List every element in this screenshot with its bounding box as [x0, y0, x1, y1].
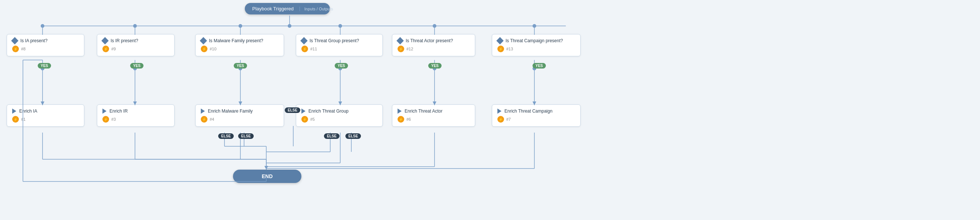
condition-header: Is Malware Family present? [201, 38, 278, 43]
action-enrich-threat-group: Enrich Threat Group ⚡ #5 [296, 104, 383, 127]
action-title: Enrich Malware Family [208, 109, 253, 114]
lightning-icon: ⚡ [12, 116, 19, 123]
action-header: Enrich Threat Actor [398, 109, 470, 114]
condition-header: Is Threat Campaign present? [497, 38, 575, 43]
action-header: Enrich Threat Group [301, 109, 377, 114]
condition-icon [300, 37, 308, 45]
else-badge-3: ELSE [324, 133, 339, 139]
condition-header: Is IA present? [12, 38, 79, 43]
lightning-icon: ⚡ [301, 45, 308, 52]
action-footer: ⚡ #4 [201, 116, 278, 123]
condition-footer: ⚡ #9 [102, 45, 169, 52]
action-title: Enrich Threat Campaign [504, 109, 552, 114]
condition-title: Is Threat Campaign present? [506, 38, 563, 43]
action-footer: ⚡ #1 [12, 116, 79, 123]
condition-title: Is Threat Actor present? [406, 38, 453, 43]
end-label: END [262, 173, 273, 179]
else-badge-1: ELSE [218, 133, 234, 139]
play-icon [102, 109, 107, 114]
lightning-icon: ⚡ [497, 116, 504, 123]
svg-point-51 [41, 24, 45, 28]
action-header: Enrich Malware Family [201, 109, 278, 114]
action-header: Enrich IR [102, 109, 169, 114]
inputs-outputs-link[interactable]: Inputs / Outputs [299, 6, 333, 11]
yes-badge-threat-group: YES [335, 63, 348, 69]
lightning-icon: ⚡ [102, 116, 109, 123]
condition-icon [496, 37, 504, 45]
svg-point-53 [239, 24, 242, 28]
play-icon [201, 109, 205, 114]
action-footer: ⚡ #6 [398, 116, 470, 123]
else-badge-2: ELSE [238, 133, 254, 139]
lightning-icon: ⚡ [497, 45, 504, 52]
lightning-icon: ⚡ [301, 116, 308, 123]
action-title: Enrich IA [19, 109, 37, 114]
condition-header: Is Threat Group present? [301, 38, 377, 43]
condition-icon [200, 37, 207, 45]
node-number: #11 [310, 47, 317, 51]
node-number: #12 [406, 47, 413, 51]
yes-badge-malware: YES [234, 63, 247, 69]
lightning-icon: ⚡ [12, 45, 19, 52]
action-header: Enrich Threat Campaign [497, 109, 575, 114]
node-number: #6 [406, 117, 411, 122]
yes-badge-ir: YES [130, 63, 143, 69]
condition-icon [11, 37, 19, 45]
end-node: END [233, 170, 301, 183]
node-number: #9 [111, 47, 116, 51]
condition-title: Is Malware Family present? [209, 38, 263, 43]
condition-malware: Is Malware Family present? ⚡ #10 [195, 34, 284, 56]
else-badge-action: ELSE [285, 108, 300, 113]
condition-title: Is IR present? [111, 38, 138, 43]
play-icon [301, 109, 305, 114]
action-enrich-threat-actor: Enrich Threat Actor ⚡ #6 [392, 104, 475, 127]
node-number: #13 [506, 47, 513, 51]
condition-header: Is Threat Actor present? [398, 38, 470, 43]
condition-threat-campaign: Is Threat Campaign present? ⚡ #13 [492, 34, 581, 56]
condition-footer: ⚡ #11 [301, 45, 377, 52]
action-footer: ⚡ #3 [102, 116, 169, 123]
svg-point-54 [338, 24, 342, 28]
action-enrich-malware: Enrich Malware Family ⚡ #4 [195, 104, 284, 127]
node-number: #10 [210, 47, 216, 51]
workflow-canvas: Playbook Triggered Inputs / Outputs Is I… [0, 0, 980, 220]
trigger-node[interactable]: Playbook Triggered Inputs / Outputs [245, 3, 330, 14]
lightning-icon: ⚡ [398, 116, 404, 123]
condition-footer: ⚡ #13 [497, 45, 575, 52]
condition-icon [396, 37, 404, 45]
node-number: #7 [506, 117, 511, 122]
yes-badge-threat-actor: YES [428, 63, 442, 69]
svg-marker-50 [264, 166, 268, 170]
condition-title: Is Threat Group present? [310, 38, 359, 43]
svg-point-55 [433, 24, 436, 28]
lightning-icon: ⚡ [102, 45, 109, 52]
play-icon [398, 109, 402, 114]
yes-badge-ia: YES [38, 63, 51, 69]
action-enrich-threat-campaign: Enrich Threat Campaign ⚡ #7 [492, 104, 581, 127]
yes-badge-threat-campaign: YES [533, 63, 546, 69]
condition-title: Is IA present? [20, 38, 47, 43]
node-number: #5 [310, 117, 315, 122]
action-title: Enrich IR [110, 109, 127, 114]
condition-footer: ⚡ #10 [201, 45, 278, 52]
lightning-icon: ⚡ [201, 45, 207, 52]
node-number: #1 [21, 117, 25, 122]
svg-point-57 [288, 24, 291, 28]
condition-ir: Is IR present? ⚡ #9 [97, 34, 175, 56]
action-footer: ⚡ #7 [497, 116, 575, 123]
play-icon [12, 109, 16, 114]
action-enrich-ia: Enrich IA ⚡ #1 [6, 104, 84, 127]
lightning-icon: ⚡ [201, 116, 207, 123]
action-title: Enrich Threat Group [309, 109, 349, 114]
condition-threat-group: Is Threat Group present? ⚡ #11 [296, 34, 383, 56]
action-enrich-ir: Enrich IR ⚡ #3 [97, 104, 175, 127]
condition-icon [101, 37, 109, 45]
action-title: Enrich Threat Actor [404, 109, 443, 114]
condition-footer: ⚡ #12 [398, 45, 470, 52]
else-badge-4: ELSE [345, 133, 361, 139]
condition-footer: ⚡ #8 [12, 45, 79, 52]
lightning-icon: ⚡ [398, 45, 404, 52]
node-number: #3 [111, 117, 116, 122]
svg-point-52 [133, 24, 137, 28]
trigger-label: Playbook Triggered [252, 6, 294, 11]
